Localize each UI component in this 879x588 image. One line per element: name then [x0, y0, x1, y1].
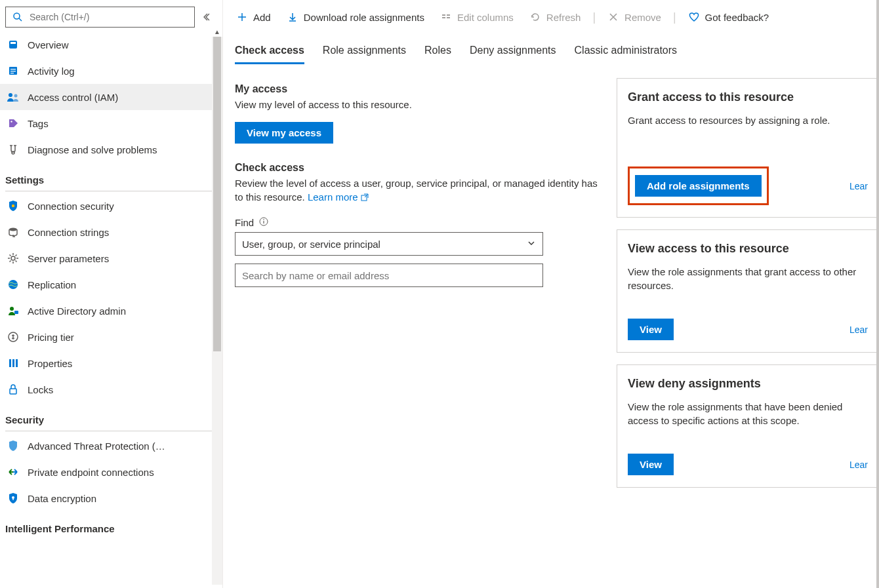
card-grant-access: Grant access to this resource Grant acce…: [617, 78, 879, 218]
sidebar-item-diagnose[interactable]: Diagnose and solve problems: [0, 136, 222, 163]
sidebar-item-label: Connection security: [28, 201, 114, 212]
section-header-security: Security: [0, 402, 222, 429]
download-button[interactable]: Download role assignments: [280, 7, 431, 27]
divider: [5, 191, 217, 191]
sidebar-item-pricing-tier[interactable]: Pricing tier: [0, 324, 222, 350]
info-icon[interactable]: [259, 217, 268, 228]
download-icon: [287, 11, 298, 23]
section-header-settings: Settings: [0, 163, 222, 189]
main-scrollbar[interactable]: [876, 0, 879, 588]
svg-rect-12: [12, 205, 14, 207]
sidebar-item-replication[interactable]: Replication: [0, 271, 222, 298]
find-select[interactable]: User, group, or service principal: [235, 232, 543, 256]
svg-rect-6: [10, 71, 16, 71]
chevron-down-icon: [527, 239, 536, 250]
svg-point-14: [11, 256, 15, 260]
check-access-desc: Review the level of access a user, group…: [235, 176, 601, 204]
tab-classic-administrators[interactable]: Classic administrators: [575, 39, 677, 63]
gear-icon: [7, 252, 20, 265]
sidebar-item-activity-log[interactable]: Activity log: [0, 58, 222, 84]
sidebar-item-label: Advanced Threat Protection (…: [28, 441, 165, 452]
svg-rect-36: [447, 17, 450, 18]
plus-icon: [236, 11, 248, 23]
sidebar-nav: Overview Activity log Access control (IA…: [0, 31, 222, 588]
search-box[interactable]: [5, 7, 195, 28]
add-button[interactable]: Add: [230, 7, 277, 27]
sidebar-item-access-control[interactable]: Access control (IAM): [0, 84, 222, 110]
toolbar-label: Edit columns: [457, 12, 514, 23]
scrollbar-thumb[interactable]: [213, 37, 221, 351]
collapse-sidebar-button[interactable]: [199, 8, 217, 26]
learn-link[interactable]: Lear: [849, 324, 868, 335]
sidebar-item-label: Pricing tier: [28, 332, 74, 343]
highlight-box: Add role assignments: [628, 167, 769, 205]
tab-roles[interactable]: Roles: [424, 39, 451, 63]
card-view-access: View access to this resource View the ro…: [617, 229, 879, 353]
view-button[interactable]: View: [628, 319, 674, 340]
learn-more-link[interactable]: Learn more: [308, 191, 369, 203]
svg-line-19: [10, 255, 11, 256]
find-search-input[interactable]: [235, 264, 543, 287]
content-right: Grant access to this resource Grant acce…: [617, 64, 879, 588]
sidebar-item-server-parameters[interactable]: Server parameters: [0, 245, 222, 271]
sidebar-item-label: Properties: [28, 358, 72, 369]
add-role-assignments-button[interactable]: Add role assignments: [635, 175, 762, 197]
sidebar-item-advanced-threat[interactable]: Advanced Threat Protection (…: [0, 433, 222, 459]
remove-icon: [607, 11, 619, 23]
sidebar-item-private-endpoint[interactable]: Private endpoint connections: [0, 459, 222, 485]
shield-icon: [7, 439, 20, 452]
section-header-intelligent-performance: Intelligent Performance: [0, 511, 222, 538]
view-button[interactable]: View: [628, 454, 674, 475]
svg-rect-33: [442, 14, 445, 16]
sidebar-item-properties[interactable]: Properties: [0, 350, 222, 376]
divider: [5, 431, 217, 431]
sidebar-item-tags[interactable]: Tags: [0, 110, 222, 136]
sidebar-item-label: Active Directory admin: [28, 305, 126, 317]
sidebar-item-overview[interactable]: Overview: [0, 31, 222, 58]
view-my-access-button[interactable]: View my access: [235, 122, 333, 144]
learn-link[interactable]: Lear: [849, 181, 868, 191]
shield-icon: [7, 199, 20, 212]
svg-line-21: [16, 255, 17, 256]
admin-icon: [7, 304, 20, 317]
sidebar-item-ad-admin[interactable]: Active Directory admin: [0, 298, 222, 324]
svg-rect-3: [10, 42, 16, 44]
svg-line-22: [10, 261, 11, 262]
sidebar-item-locks[interactable]: Locks: [0, 376, 222, 402]
feedback-button[interactable]: Got feedback?: [682, 7, 776, 27]
card-title: View deny assignments: [628, 377, 868, 391]
scroll-down-arrow[interactable]: ▼: [212, 585, 222, 588]
sidebar-item-label: Diagnose and solve problems: [28, 144, 157, 155]
svg-rect-29: [16, 359, 18, 367]
svg-line-1: [19, 18, 22, 21]
sidebar-item-connection-strings[interactable]: Connection strings: [0, 219, 222, 245]
svg-point-11: [12, 151, 14, 154]
activity-icon: [7, 64, 20, 77]
svg-rect-5: [10, 69, 16, 69]
card-desc: Grant access to resources by assigning a…: [628, 113, 868, 127]
learn-link[interactable]: Lear: [849, 460, 868, 470]
toolbar-label: Refresh: [546, 12, 581, 23]
sidebar-item-connection-security[interactable]: Connection security: [0, 193, 222, 219]
card-view-deny: View deny assignments View the role assi…: [617, 364, 879, 488]
card-desc: View the role assignments that grant acc…: [628, 265, 868, 292]
sidebar-item-data-encryption[interactable]: Data encryption: [0, 485, 222, 511]
scroll-up-arrow[interactable]: ▲: [212, 26, 222, 37]
toolbar-label: Add: [253, 12, 271, 23]
search-input[interactable]: [30, 12, 189, 22]
svg-point-10: [10, 121, 12, 122]
tab-check-access[interactable]: Check access: [235, 39, 304, 63]
tab-role-assignments[interactable]: Role assignments: [323, 39, 406, 63]
sidebar-item-label: Replication: [28, 279, 76, 290]
svg-line-20: [16, 261, 17, 262]
find-label: Find: [235, 217, 254, 228]
sidebar-item-label: Server parameters: [28, 253, 109, 264]
sidebar-item-label: Tags: [28, 118, 49, 129]
heart-icon: [688, 11, 700, 23]
pricing-icon: [7, 330, 20, 343]
svg-rect-40: [264, 221, 264, 224]
tab-deny-assignments[interactable]: Deny assignments: [470, 39, 556, 63]
sidebar-item-label: Locks: [28, 384, 53, 395]
sidebar-scrollbar[interactable]: ▲ ▼: [212, 37, 222, 585]
svg-rect-32: [12, 498, 13, 500]
